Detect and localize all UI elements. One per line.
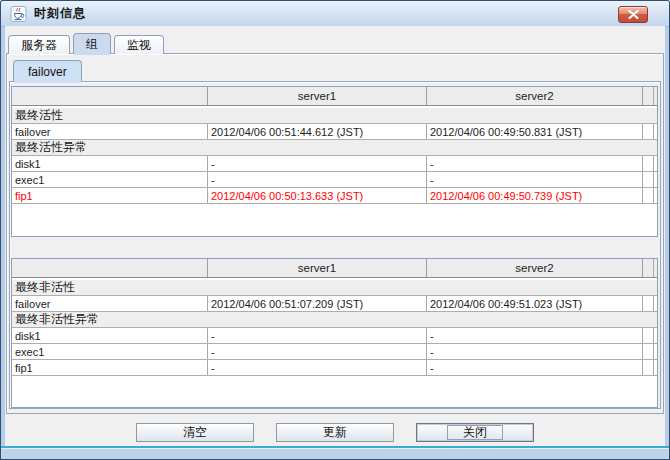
table-row[interactable]: failover2012/04/06 00:51:07.209 (JST)201… xyxy=(12,296,657,312)
clear-button[interactable]: 清空 xyxy=(136,423,254,442)
row-gutter xyxy=(643,296,654,311)
header-cell-server1: server1 xyxy=(208,87,427,105)
server2-time-cell: - xyxy=(427,328,643,343)
dialog-content: 服务器组监视 failover server1server2最终活性failov… xyxy=(5,26,665,446)
server1-time-cell: 2012/04/06 00:51:44.612 (JST) xyxy=(208,124,427,139)
header-cell-resource xyxy=(12,259,208,277)
header-gutter xyxy=(643,259,654,277)
update-button[interactable]: 更新 xyxy=(276,423,394,442)
row-gutter xyxy=(643,344,654,359)
server1-time-cell: 2012/04/06 00:50:13.633 (JST) xyxy=(208,188,427,203)
server1-time-cell: - xyxy=(208,328,427,343)
server2-time-cell: 2012/04/06 00:49:50.739 (JST) xyxy=(427,188,643,203)
failover-tab-panel: server1server2最终活性failover2012/04/06 00:… xyxy=(9,81,661,409)
row-gutter xyxy=(643,360,654,375)
dialog-window: 时刻信息 服务器组监视 failover server1server2最终活性f… xyxy=(0,0,670,460)
row-gutter xyxy=(643,188,654,203)
row-gutter xyxy=(643,172,654,187)
section-row: 最终活性 xyxy=(12,108,657,124)
table-row[interactable]: failover2012/04/06 00:51:44.612 (JST)201… xyxy=(12,124,657,140)
server1-time-cell: - xyxy=(208,156,427,171)
table-row[interactable]: exec1-- xyxy=(12,172,657,188)
main-tab-bar: 服务器组监视 xyxy=(8,33,167,54)
section-row: 最终活性异常 xyxy=(12,140,657,156)
server1-time-cell: - xyxy=(208,360,427,375)
resource-name-cell: exec1 xyxy=(12,344,208,359)
header-gutter xyxy=(643,87,654,105)
last-deactivation-table: server1server2最终非活性failover2012/04/06 00… xyxy=(11,258,658,408)
table-row[interactable]: disk1-- xyxy=(12,156,657,172)
server2-time-cell: - xyxy=(427,156,643,171)
close-dialog-button[interactable]: 关闭 xyxy=(416,423,534,442)
button-label: 关闭 xyxy=(447,425,503,440)
resource-name-cell: failover xyxy=(12,296,208,311)
main-tab-monitors[interactable]: 监视 xyxy=(114,35,164,54)
server2-time-cell: - xyxy=(427,172,643,187)
resource-name-cell: fip1 xyxy=(12,188,208,203)
resource-name-cell: failover xyxy=(12,124,208,139)
table-row[interactable]: disk1-- xyxy=(12,328,657,344)
row-gutter xyxy=(643,328,654,343)
close-icon[interactable] xyxy=(618,6,648,23)
server2-time-cell: 2012/04/06 00:49:51.023 (JST) xyxy=(427,296,643,311)
java-coffee-cup-icon xyxy=(10,6,28,22)
group-tab-failover[interactable]: failover xyxy=(13,60,82,82)
server1-time-cell: 2012/04/06 00:51:07.209 (JST) xyxy=(208,296,427,311)
table-header-row: server1server2 xyxy=(12,259,657,278)
header-cell-resource xyxy=(12,87,208,105)
resource-name-cell: disk1 xyxy=(12,328,208,343)
server2-time-cell: 2012/04/06 00:49:50.831 (JST) xyxy=(427,124,643,139)
main-tab-groups[interactable]: 组 xyxy=(73,33,111,54)
server2-time-cell: - xyxy=(427,360,643,375)
table-row[interactable]: fip12012/04/06 00:50:13.633 (JST)2012/04… xyxy=(12,188,657,204)
resource-name-cell: disk1 xyxy=(12,156,208,171)
row-gutter xyxy=(643,156,654,171)
header-cell-server1: server1 xyxy=(208,259,427,277)
group-tab-bar: failover xyxy=(13,59,82,82)
button-label: 清空 xyxy=(183,424,207,441)
row-gutter xyxy=(643,124,654,139)
server1-time-cell: - xyxy=(208,172,427,187)
header-cell-server2: server2 xyxy=(427,87,643,105)
titlebar[interactable]: 时刻信息 xyxy=(1,1,669,27)
button-row: 清空更新关闭 xyxy=(5,423,665,445)
last-activation-table: server1server2最终活性failover2012/04/06 00:… xyxy=(11,86,658,237)
button-label: 更新 xyxy=(323,424,347,441)
main-tab-servers[interactable]: 服务器 xyxy=(8,35,70,54)
table-header-row: server1server2 xyxy=(12,87,657,106)
server1-time-cell: - xyxy=(208,344,427,359)
header-cell-server2: server2 xyxy=(427,259,643,277)
table-row[interactable]: exec1-- xyxy=(12,344,657,360)
window-title: 时刻信息 xyxy=(34,5,86,22)
server2-time-cell: - xyxy=(427,344,643,359)
resource-name-cell: exec1 xyxy=(12,172,208,187)
resource-name-cell: fip1 xyxy=(12,360,208,375)
section-row: 最终非活性异常 xyxy=(12,312,657,328)
window-bottom-frame xyxy=(1,446,669,459)
groups-tab-panel: failover server1server2最终活性failover2012/… xyxy=(6,53,664,414)
section-row: 最终非活性 xyxy=(12,280,657,296)
table-row[interactable]: fip1-- xyxy=(12,360,657,376)
close-x-icon xyxy=(628,10,639,19)
